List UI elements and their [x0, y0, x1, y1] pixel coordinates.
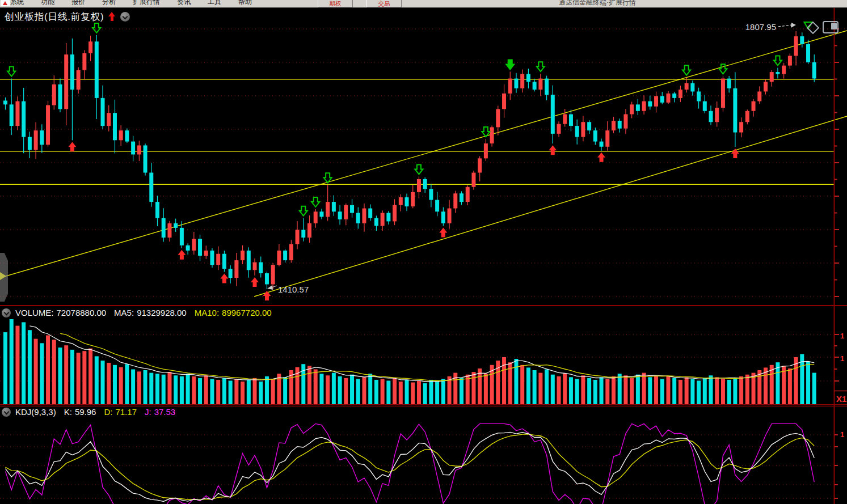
volume-label: VOLUME: — [15, 308, 54, 317]
menu-item[interactable]: 报价 — [71, 0, 85, 7]
volume-ma5-value: 91329928.00 — [137, 308, 187, 317]
kdj-d-label: D: — [104, 407, 112, 417]
menu-item[interactable]: 扩展行情 — [133, 0, 160, 7]
left-panel-handle[interactable] — [0, 253, 8, 302]
chart-canvas[interactable]: 1807.951410.57111X1 — [0, 0, 847, 504]
kdj-j-value: 37.53 — [154, 407, 176, 417]
svg-text:1: 1 — [840, 332, 844, 340]
svg-text:1410.57: 1410.57 — [278, 285, 309, 294]
menu-bar: 系统功能报价分析扩展行情资讯工具帮助期权交易通达信金融终端·扩展行情 — [0, 0, 847, 8]
kdj-label: KDJ(9,3,3) — [15, 407, 56, 417]
kdj-k-value: 59.96 — [75, 407, 96, 417]
price-up-arrow-icon — [108, 12, 116, 22]
menu-hot-button[interactable]: 交易 — [366, 0, 402, 7]
volume-pane-header: VOLUME: 72078880.00 MA5: 91329928.00 MA1… — [2, 308, 272, 317]
chart-title: 创业板指(日线.前复权) — [5, 10, 104, 23]
app-logo-icon[interactable] — [1, 0, 10, 6]
volume-collapse-button chevron-down-icon[interactable] — [2, 308, 11, 317]
chart-title-row: 创业板指(日线.前复权) — [5, 10, 130, 23]
title-collapse-button chevron-down-icon[interactable] — [120, 12, 130, 22]
svg-text:1: 1 — [840, 354, 844, 363]
menu-item[interactable]: 系统 — [10, 0, 24, 7]
trading-app-window: 系统功能报价分析扩展行情资讯工具帮助期权交易通达信金融终端·扩展行情 1807.… — [0, 0, 847, 504]
menu-item[interactable]: 工具 — [208, 0, 221, 7]
kdj-pane-header: KDJ(9,3,3) K: 59.96 D: 71.17 J: 37.53 — [2, 407, 175, 417]
menu-hot-button[interactable]: 期权 — [318, 0, 353, 7]
volume-value: 72078880.00 — [57, 308, 107, 317]
svg-text:1807.95: 1807.95 — [745, 22, 776, 32]
kdj-collapse-button chevron-down-icon[interactable] — [2, 408, 11, 417]
menu-item[interactable]: 功能 — [41, 0, 54, 7]
svg-text:1: 1 — [840, 430, 844, 439]
kdj-j-label: J: — [145, 407, 151, 417]
kdj-k-label: K: — [64, 407, 72, 417]
volume-ma5-label: MA5: — [114, 308, 134, 317]
volume-ma10-label: MA10: — [195, 308, 219, 317]
volume-ma10-value: 89967720.00 — [222, 308, 272, 317]
menu-item[interactable]: 分析 — [102, 0, 116, 7]
menu-item[interactable]: 帮助 — [238, 0, 252, 7]
kdj-d-value: 71.17 — [115, 407, 137, 417]
compression-ratio-label: X1 — [836, 394, 846, 404]
menu-item[interactable]: 资讯 — [177, 0, 191, 7]
window-title-fragment: 通达信金融终端·扩展行情 — [559, 0, 636, 7]
split-panel-icon[interactable] — [823, 21, 838, 33]
